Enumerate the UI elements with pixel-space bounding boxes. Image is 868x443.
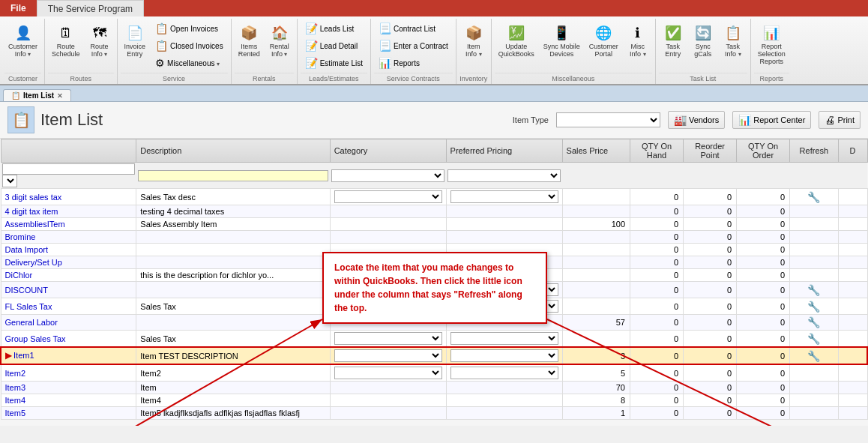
- vendors-button[interactable]: 🏭 Vendors: [668, 111, 725, 129]
- filter-name-input[interactable]: [2, 163, 135, 175]
- col-preferred-header: Preferred Pricing: [446, 139, 562, 163]
- vendors-icon: 🏭: [674, 114, 687, 126]
- estimate-list-button[interactable]: 📝 Estimate List: [301, 55, 367, 71]
- task-entry-button[interactable]: ✅ TaskEntry: [659, 20, 687, 61]
- filter-preferred-select[interactable]: [447, 169, 561, 182]
- open-invoices-label: Open Invoices: [170, 25, 218, 33]
- cell-disp: [838, 331, 867, 348]
- item-link[interactable]: AssembliesITem: [5, 220, 65, 229]
- report-selection-button[interactable]: 📊 ReportSelectionReports: [754, 20, 789, 68]
- cell-qty-order: 0: [737, 231, 790, 244]
- item-link[interactable]: General Labor: [5, 318, 58, 327]
- item-type-select[interactable]: Inventory Part Service Non-Inventory Par…: [556, 112, 660, 127]
- customer-icon: 👤: [13, 22, 34, 43]
- preferred-select[interactable]: [450, 349, 558, 362]
- cell-preferred: [446, 231, 562, 244]
- item-link[interactable]: Item3: [5, 383, 26, 392]
- invoice-entry-button[interactable]: 📄 InvoiceEntry: [121, 20, 150, 61]
- item-link[interactable]: Item5: [5, 409, 26, 418]
- item-link[interactable]: Bromine: [5, 232, 36, 241]
- page-title: Item List: [40, 110, 103, 130]
- report-center-button[interactable]: 📊 Report Center: [732, 111, 811, 129]
- item-link[interactable]: Delivery/Set Up: [5, 258, 62, 267]
- ribbon-group-service: 📄 InvoiceEntry 📋 Open Invoices 📋 Closed …: [118, 19, 232, 84]
- category-select[interactable]: [334, 190, 442, 203]
- refresh-button[interactable]: 🔧: [807, 191, 820, 203]
- page-header: 📋 Item List Item Type Inventory Part Ser…: [0, 102, 868, 139]
- estimate-list-icon: 📝: [305, 57, 318, 69]
- open-invoices-button[interactable]: 📋 Open Invoices: [151, 20, 228, 37]
- leads-list-button[interactable]: 📝 Leads List: [301, 20, 367, 37]
- cell-reorder: 0: [684, 218, 737, 231]
- cell-qty-hand: 0: [630, 205, 684, 218]
- item-info-button[interactable]: 📦 ItemInfo ▾: [459, 20, 488, 61]
- rental-info-button[interactable]: 🏠 RentalInfo ▾: [265, 20, 294, 61]
- filter-name-dropdown[interactable]: [2, 175, 17, 187]
- cell-disp: [838, 347, 867, 364]
- cell-reorder: 0: [684, 347, 737, 364]
- tab-bar: 📋 Item List ✕: [0, 85, 868, 102]
- cell-name: AssembliesITem: [1, 218, 136, 231]
- miscellaneous-button[interactable]: ⚙ Miscellaneous ▾: [151, 55, 228, 71]
- print-button[interactable]: 🖨 Print: [819, 111, 861, 129]
- customer-info-label: CustomerInfo ▾: [8, 43, 37, 58]
- cell-sales-price: [562, 331, 630, 348]
- item-link[interactable]: Item2: [5, 369, 26, 378]
- item-link[interactable]: DISCOUNT: [5, 286, 48, 295]
- filter-cat-select[interactable]: [331, 169, 444, 182]
- cell-preferred: [446, 218, 562, 231]
- filter-desc-input[interactable]: [138, 170, 328, 181]
- cell-qty-order: 0: [737, 315, 790, 331]
- items-rented-button[interactable]: 📦 ItemsRented: [235, 20, 264, 61]
- tab-close-icon[interactable]: ✕: [57, 92, 63, 100]
- item-link[interactable]: 3 digit sales tax: [5, 193, 62, 202]
- customer-info-button[interactable]: 👤 CustomerInfo ▾: [4, 20, 41, 61]
- category-select[interactable]: [334, 332, 442, 345]
- cell-desc: Item4: [136, 394, 330, 407]
- preferred-select[interactable]: [450, 332, 558, 345]
- cell-reorder: 0: [684, 244, 737, 256]
- sync-gcals-label: SyncgCals: [694, 43, 711, 58]
- cell-qty-hand: 0: [630, 218, 684, 231]
- ribbon-group-misc: 💹 UpdateQuickBooks 📱 Sync MobileDevices …: [492, 19, 656, 84]
- filter-disp-cell: [838, 163, 867, 189]
- enter-contract-button[interactable]: 📃 Enter a Contract: [374, 37, 453, 54]
- task-info-icon: 📋: [723, 22, 744, 43]
- item-link[interactable]: DiChlor: [5, 271, 33, 280]
- item-link[interactable]: Group Sales Tax: [5, 334, 66, 343]
- refresh-button[interactable]: 🔧: [807, 350, 820, 362]
- item-link[interactable]: Item1: [13, 351, 34, 360]
- contract-list-button[interactable]: 📃 Contract List: [374, 20, 453, 37]
- closed-invoices-button[interactable]: 📋 Closed Invoices: [151, 37, 228, 54]
- update-quickbooks-button[interactable]: 💹 UpdateQuickBooks: [495, 20, 538, 61]
- lead-detail-button[interactable]: 📝 Lead Detail: [301, 37, 367, 54]
- refresh-button[interactable]: 🔧: [807, 284, 820, 296]
- preferred-select[interactable]: [450, 190, 558, 203]
- category-select[interactable]: [334, 349, 442, 362]
- task-info-button[interactable]: 📋 TaskInfo ▾: [719, 20, 747, 61]
- item-link[interactable]: 4 digit tax item: [5, 207, 58, 216]
- route-info-button[interactable]: 🗺 RouteInfo ▾: [85, 20, 114, 61]
- cell-sales-price: [562, 244, 630, 256]
- preferred-select[interactable]: [450, 367, 558, 379]
- item-link[interactable]: FL Sales Tax: [5, 302, 52, 311]
- item-list-tab[interactable]: 📋 Item List ✕: [3, 89, 71, 101]
- cell-refresh: [790, 364, 839, 382]
- cell-disp: [838, 269, 867, 282]
- reports-sc-button[interactable]: 📊 Reports: [374, 55, 453, 71]
- customer-portal-button[interactable]: 🌐 CustomerPortal: [585, 20, 622, 61]
- sync-mobile-button[interactable]: 📱 Sync MobileDevices: [540, 20, 584, 61]
- file-menu[interactable]: File: [0, 0, 37, 16]
- item-link[interactable]: Item4: [5, 396, 26, 405]
- route-schedule-button[interactable]: 🗓 RouteSchedule: [48, 20, 84, 61]
- cell-disp: [838, 189, 867, 205]
- item-link[interactable]: Data Import: [5, 245, 48, 254]
- misc-info-button[interactable]: ℹ MiscInfo ▾: [624, 20, 652, 61]
- cell-preferred: [446, 205, 562, 218]
- sync-gcals-button[interactable]: 🔄 SyncgCals: [689, 20, 717, 61]
- category-select[interactable]: [334, 367, 442, 379]
- refresh-button[interactable]: 🔧: [807, 316, 820, 328]
- refresh-button[interactable]: 🔧: [807, 333, 820, 345]
- refresh-button[interactable]: 🔧: [807, 301, 820, 313]
- cell-category: [330, 205, 446, 218]
